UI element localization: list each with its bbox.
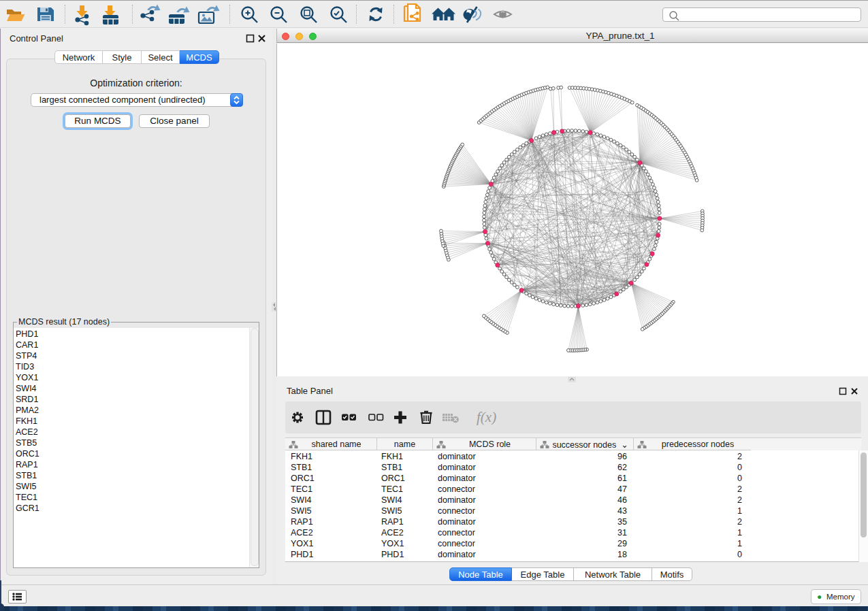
- svg-text:f(x): f(x): [477, 409, 496, 425]
